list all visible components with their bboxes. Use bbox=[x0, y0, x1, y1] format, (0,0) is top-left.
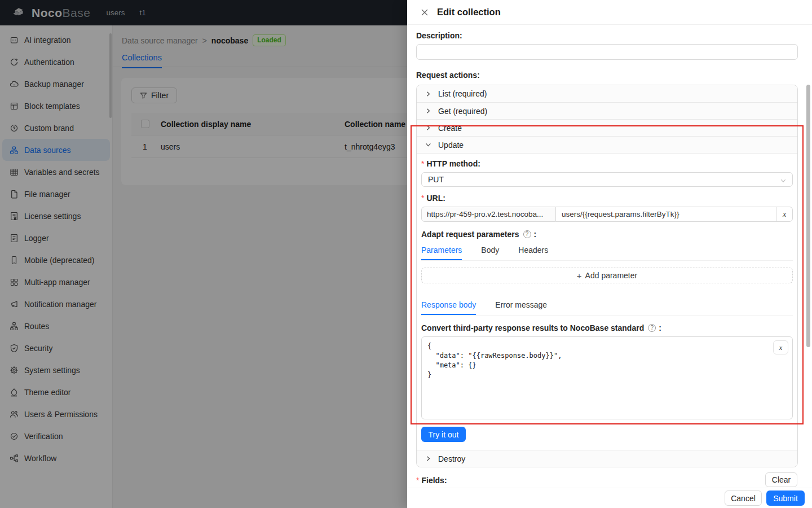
http-method-label: *HTTP method: bbox=[421, 159, 793, 168]
request-actions-collapse: List (required) Get (required) Create bbox=[416, 85, 798, 467]
update-panel-content: *HTTP method: PUT *URL: https://pr-459-p… bbox=[417, 153, 797, 450]
panel-label: Get (required) bbox=[438, 107, 487, 116]
adapt-request-parameters-label: Adapt request parameters ? : bbox=[421, 230, 793, 239]
url-path-input[interactable]: users/{{request.params.filterByTk}} bbox=[556, 207, 776, 222]
tab-error-message[interactable]: Error message bbox=[495, 297, 547, 315]
drawer-scrollbar[interactable] bbox=[806, 85, 810, 347]
add-parameter-button[interactable]: + Add parameter bbox=[421, 268, 793, 283]
drawer-body: Description: Request actions: List (requ… bbox=[407, 25, 812, 488]
request-param-tabs: Parameters Body Headers bbox=[421, 243, 793, 261]
panel-list: List (required) bbox=[417, 85, 797, 102]
code-line: } bbox=[427, 370, 787, 380]
drawer-title: Edit collection bbox=[437, 7, 501, 17]
drawer-footer: Cancel Submit bbox=[407, 488, 812, 508]
url-label: *URL: bbox=[421, 194, 793, 203]
panel-get-header[interactable]: Get (required) bbox=[417, 102, 797, 119]
screen: NocoBase users t1 AI integration Authent… bbox=[0, 0, 812, 508]
chevron-right-icon bbox=[425, 125, 431, 131]
code-line: "data": "{{rawResponse.body}}", bbox=[427, 351, 787, 361]
http-method-value: PUT bbox=[428, 175, 444, 184]
panel-get: Get (required) bbox=[417, 102, 797, 119]
panel-destroy: Destroy bbox=[417, 450, 797, 467]
clear-button[interactable]: Clear bbox=[765, 472, 797, 487]
tab-body[interactable]: Body bbox=[481, 243, 499, 260]
response-tabs: Response body Error message bbox=[421, 297, 793, 316]
chevron-right-icon bbox=[425, 91, 431, 97]
description-input[interactable] bbox=[416, 44, 798, 60]
panel-list-header[interactable]: List (required) bbox=[417, 85, 797, 102]
drawer-header: Edit collection bbox=[407, 0, 812, 25]
add-parameter-label: Add parameter bbox=[585, 271, 638, 280]
panel-update-header[interactable]: Update bbox=[417, 136, 797, 153]
panel-destroy-header[interactable]: Destroy bbox=[417, 450, 797, 467]
panel-label: List (required) bbox=[438, 89, 487, 98]
help-icon[interactable]: ? bbox=[648, 324, 656, 332]
panel-create: Create bbox=[417, 119, 797, 136]
edit-collection-drawer: Edit collection Description: Request act… bbox=[407, 0, 812, 508]
variable-button[interactable]: x bbox=[773, 340, 788, 354]
fields-section-header: *Fields: Clear bbox=[416, 476, 798, 488]
submit-button[interactable]: Submit bbox=[766, 491, 805, 506]
tab-response-body[interactable]: Response body bbox=[421, 297, 476, 315]
chevron-down-icon bbox=[425, 142, 431, 148]
panel-update: Update *HTTP method: PUT *URL: https://p… bbox=[417, 136, 797, 450]
help-icon[interactable]: ? bbox=[523, 230, 531, 238]
fields-label: *Fields: bbox=[416, 476, 798, 485]
tab-parameters[interactable]: Parameters bbox=[421, 243, 462, 260]
response-transform-code-editor[interactable]: { "data": "{{rawResponse.body}}", "meta"… bbox=[421, 336, 793, 419]
panel-label: Update bbox=[438, 141, 464, 150]
plus-icon: + bbox=[577, 271, 582, 281]
code-line: "meta": {} bbox=[427, 361, 787, 370]
description-label: Description: bbox=[416, 31, 798, 40]
http-method-select[interactable]: PUT bbox=[421, 172, 793, 187]
variable-button[interactable]: x bbox=[776, 207, 793, 222]
chevron-down-icon bbox=[780, 177, 787, 183]
panel-create-header[interactable]: Create bbox=[417, 119, 797, 136]
close-icon[interactable] bbox=[420, 8, 429, 17]
panel-label: Destroy bbox=[438, 454, 465, 463]
chevron-right-icon bbox=[425, 108, 431, 114]
cancel-button[interactable]: Cancel bbox=[725, 491, 762, 506]
chevron-right-icon bbox=[425, 456, 431, 462]
try-it-out-button[interactable]: Try it out bbox=[421, 427, 466, 442]
convert-response-label: Convert third-party response results to … bbox=[421, 323, 793, 332]
tab-headers[interactable]: Headers bbox=[518, 243, 548, 260]
panel-label: Create bbox=[438, 124, 462, 133]
url-base-input[interactable]: https://pr-459-pro.v2.test.nocoba... bbox=[421, 207, 556, 222]
code-line: { bbox=[427, 341, 787, 351]
request-actions-label: Request actions: bbox=[416, 71, 798, 80]
url-input-group: https://pr-459-pro.v2.test.nocoba... use… bbox=[421, 207, 793, 222]
